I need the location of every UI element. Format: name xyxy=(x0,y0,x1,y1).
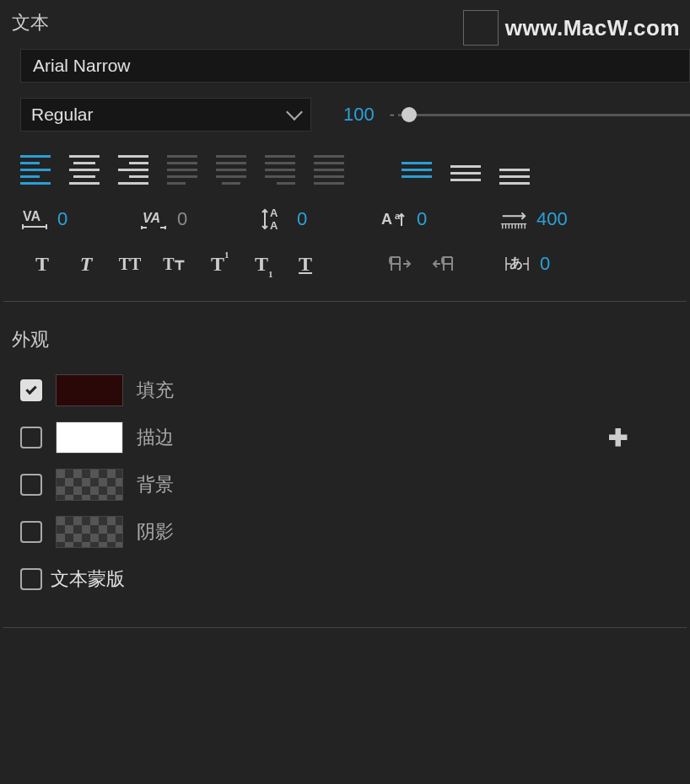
stroke-checkbox[interactable] xyxy=(20,427,42,448)
font-size-slider[interactable]: - xyxy=(390,106,690,124)
watermark: www.MacW.com xyxy=(463,10,680,46)
align-center-icon[interactable] xyxy=(69,155,100,185)
svg-text:VA: VA xyxy=(23,209,40,223)
align-left-icon[interactable] xyxy=(20,155,51,185)
valign-bottom-icon[interactable] xyxy=(499,155,530,185)
font-style-value: Regular xyxy=(31,105,94,125)
font-family-value: Arial Narrow xyxy=(33,56,131,76)
fill-label: 填充 xyxy=(137,378,174,403)
spacing-row: VA 0 VA 0 AA 0 Aa 0 400 xyxy=(20,207,690,232)
justify-left-icon[interactable] xyxy=(167,155,197,185)
baseline-value[interactable]: 0 xyxy=(417,208,427,230)
allcaps-button[interactable]: TT xyxy=(115,250,145,277)
justify-full-icon[interactable] xyxy=(314,155,344,185)
checkmark-icon xyxy=(25,383,36,394)
smallcaps-button[interactable]: Tᴛ xyxy=(159,250,189,277)
kerning-icon: VA xyxy=(140,207,169,232)
italic-button[interactable]: T xyxy=(71,250,101,277)
svg-text:VA: VA xyxy=(143,211,160,225)
divider xyxy=(3,301,687,302)
slider-thumb[interactable] xyxy=(402,107,417,122)
shadow-checkbox[interactable] xyxy=(20,521,42,543)
shadow-label: 阴影 xyxy=(137,519,174,545)
chevron-down-icon xyxy=(286,104,303,121)
align-row xyxy=(20,155,690,185)
leading-value[interactable]: 0 xyxy=(297,208,307,230)
ltr-button[interactable] xyxy=(385,250,415,277)
tsume2-value[interactable]: 0 xyxy=(540,253,550,275)
leading-icon: AA xyxy=(260,207,288,232)
tsume2-icon: あ xyxy=(503,251,531,277)
rtl-button[interactable] xyxy=(429,250,459,277)
stroke-label: 描边 xyxy=(137,425,174,450)
font-size-value[interactable]: 100 xyxy=(343,104,375,126)
tracking-value[interactable]: 0 xyxy=(57,208,67,230)
subscript-button[interactable]: T1 xyxy=(246,250,277,277)
tsume-icon xyxy=(499,207,528,232)
valign-top-icon[interactable] xyxy=(402,162,432,178)
textmask-checkbox[interactable] xyxy=(20,568,42,590)
tracking-icon: VA xyxy=(20,207,49,232)
shadow-swatch[interactable] xyxy=(56,516,123,548)
text-style-row: T T TT Tᴛ T1 T1 T あ 0 xyxy=(27,250,690,277)
slider-track[interactable] xyxy=(398,114,690,116)
divider xyxy=(3,627,687,628)
fill-checkbox[interactable] xyxy=(20,379,42,401)
svg-text:A: A xyxy=(270,207,278,219)
kerning-value[interactable]: 0 xyxy=(177,208,187,230)
add-stroke-button[interactable]: ✚ xyxy=(608,424,628,452)
justify-center-icon[interactable] xyxy=(216,155,246,185)
background-swatch[interactable] xyxy=(56,469,123,501)
appearance-title: 外观 xyxy=(0,317,690,359)
bold-button[interactable]: T xyxy=(27,250,57,277)
superscript-button[interactable]: T1 xyxy=(202,250,233,277)
watermark-text: www.MacW.com xyxy=(505,15,680,41)
svg-text:A: A xyxy=(270,219,278,232)
valign-middle-icon[interactable] xyxy=(450,158,481,181)
stroke-swatch[interactable] xyxy=(56,422,123,454)
background-label: 背景 xyxy=(137,472,174,497)
align-right-icon[interactable] xyxy=(118,155,148,185)
watermark-icon xyxy=(463,10,499,46)
background-checkbox[interactable] xyxy=(20,474,42,496)
font-style-select[interactable]: Regular xyxy=(20,98,311,132)
minus-icon: - xyxy=(390,106,395,124)
baseline-icon: Aa xyxy=(380,207,408,232)
font-family-select[interactable]: Arial Narrow xyxy=(20,49,690,83)
svg-text:A: A xyxy=(381,211,392,228)
svg-text:あ: あ xyxy=(509,255,523,271)
tsume-value[interactable]: 400 xyxy=(536,208,568,230)
fill-swatch[interactable] xyxy=(56,374,123,406)
textmask-label: 文本蒙版 xyxy=(51,567,125,592)
underline-button[interactable]: T xyxy=(290,250,321,277)
justify-right-icon[interactable] xyxy=(265,155,295,185)
